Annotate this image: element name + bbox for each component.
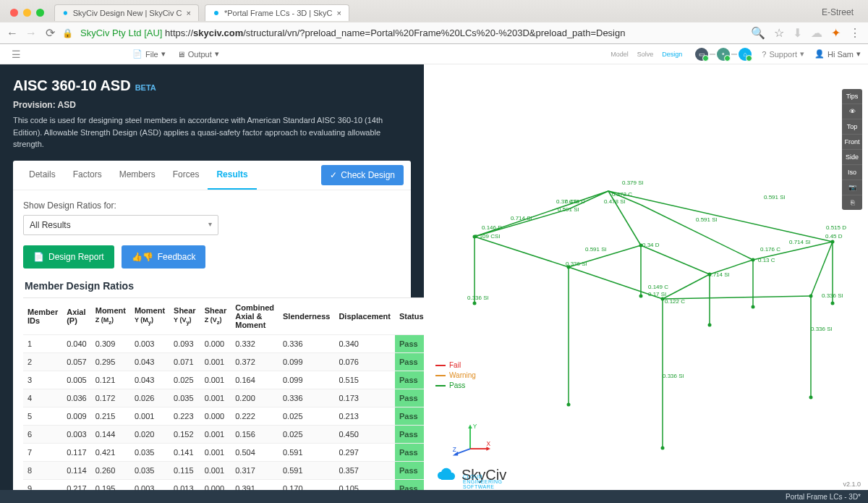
table-row[interactable]: 40.0360.1720.0260.0350.0010.2000.3360.17… — [23, 389, 424, 407]
tab-title: *Portal Frame LCs - 3D | SkyC — [224, 9, 333, 17]
svg-text:0.714 Sl: 0.714 Sl — [708, 271, 730, 278]
table-row[interactable]: 90.2170.1950.0030.0130.0000.3910.1700.10… — [23, 479, 424, 491]
lock-icon[interactable]: 🔒 — [62, 28, 73, 38]
forward-icon[interactable]: → — [26, 28, 36, 38]
view-tool-button[interactable]: Top — [842, 119, 862, 135]
favicon-icon — [213, 8, 220, 18]
svg-line-36 — [641, 205, 753, 260]
svg-text:0.379 Sl: 0.379 Sl — [622, 179, 644, 186]
svg-text:0.13 C: 0.13 C — [758, 257, 775, 263]
view-tool-button[interactable]: 📷 — [842, 180, 862, 195]
maximize-window-icon[interactable] — [36, 9, 44, 17]
design-panel: AISC 360-10 ASD BETA Provision: ASD This… — [0, 64, 424, 491]
view-tool-button[interactable]: Front — [842, 135, 862, 150]
svg-line-39 — [811, 242, 833, 296]
design-report-button[interactable]: 📄Design Report — [23, 245, 114, 269]
col-moment-z[interactable]: MomentZ (Mz) — [91, 297, 130, 334]
address-bar: ← → ⟳ 🔒 SkyCiv Pty Ltd [AU] https://skyc… — [0, 22, 868, 43]
view-tool-button[interactable]: 👁 — [842, 104, 862, 119]
axis-widget[interactable]: YXZ — [450, 419, 490, 460]
chevron-down-icon: ▾ — [856, 49, 861, 59]
col-shear-z[interactable]: ShearZ (Vz) — [200, 297, 231, 334]
legend-warning: Warning — [449, 371, 476, 379]
svg-text:Z: Z — [453, 446, 456, 453]
url-field[interactable]: SkyCiv Pty Ltd [AU] https://skyciv.com/s… — [80, 28, 744, 38]
tab-results[interactable]: Results — [208, 161, 256, 190]
col-shear-y[interactable]: ShearY (Vy) — [169, 297, 200, 334]
check-icon — [702, 55, 709, 62]
col-moment-y[interactable]: MomentY (My) — [130, 297, 169, 334]
user-menu[interactable]: 👤Hi Sam ▾ — [814, 49, 861, 59]
chevron-down-icon: ▾ — [800, 49, 804, 59]
col-displacement[interactable]: Displacement — [334, 297, 395, 334]
reload-icon[interactable]: ⟳ — [45, 28, 55, 38]
svg-text:0.146 D: 0.146 D — [482, 224, 502, 231]
status-bar: Portal Frame LCs - 3D* — [0, 490, 868, 503]
tab-details[interactable]: Details — [20, 161, 64, 190]
menu-icon[interactable]: ⋮ — [849, 26, 861, 40]
monitor-icon: 🖥 — [177, 50, 185, 59]
svg-point-14 — [708, 324, 712, 327]
close-window-icon[interactable] — [10, 9, 18, 17]
check-icon — [746, 55, 752, 62]
svg-text:0.591 Sl: 0.591 Sl — [585, 246, 607, 253]
close-tab-icon[interactable]: × — [337, 9, 341, 17]
table-row[interactable]: 60.0030.1440.0200.1520.0010.1560.0250.45… — [23, 425, 424, 443]
back-icon[interactable]: ← — [7, 28, 17, 38]
download-icon[interactable]: ⬇ — [793, 26, 802, 40]
cloud-icon[interactable]: ☁ — [811, 26, 822, 40]
stage-label-solve: Solve — [637, 51, 654, 58]
check-design-button[interactable]: ✓Check Design — [321, 165, 404, 185]
skyciv-logo: SkyCiv CLOUD ENGINEERING SOFTWARE — [437, 465, 506, 485]
search-icon[interactable]: 🔍 — [751, 26, 765, 40]
svg-text:0.478 Sl: 0.478 Sl — [604, 198, 626, 205]
table-row[interactable]: 50.0090.2150.0010.2230.0000.2220.0250.21… — [23, 407, 424, 425]
browser-tab-inactive[interactable]: SkyCiv Design New | SkyCiv C × — [54, 4, 199, 21]
browser-tab-active[interactable]: *Portal Frame LCs - 3D | SkyC × — [205, 4, 349, 21]
table-row[interactable]: 70.1170.4210.0350.1410.0010.5040.5910.29… — [23, 443, 424, 461]
col-member-id[interactable]: Member IDs — [23, 297, 62, 334]
tab-factors[interactable]: Factors — [64, 161, 111, 190]
tab-forces[interactable]: Forces — [164, 161, 208, 190]
svg-text:0.17 Sl: 0.17 Sl — [648, 291, 666, 297]
bookmark-icon[interactable]: ☆ — [774, 26, 784, 40]
window-controls[interactable] — [6, 9, 48, 17]
stage-solve-button[interactable]: ∘ — [717, 48, 730, 61]
stage-model-button[interactable]: ▭ — [695, 48, 708, 61]
support-button[interactable]: ?Support ▾ — [762, 49, 804, 59]
table-row[interactable]: 20.0570.2950.0430.0710.0010.3720.0990.07… — [23, 352, 424, 371]
help-icon: ? — [762, 50, 766, 59]
hamburger-icon[interactable]: ☰ — [7, 48, 25, 60]
tab-members[interactable]: Members — [111, 161, 164, 190]
browser-tab-bar: SkyCiv Design New | SkyCiv C × *Portal F… — [0, 0, 868, 22]
output-menu[interactable]: 🖥Output ▾ — [171, 49, 225, 59]
close-tab-icon[interactable]: × — [187, 9, 191, 17]
user-icon: 👤 — [814, 49, 825, 59]
view-tool-button[interactable]: ⎘ — [842, 195, 862, 210]
stage-design-button[interactable]: ⌂ — [739, 48, 752, 61]
svg-point-2 — [473, 302, 477, 305]
design-tabs: Details Factors Members Forces Results ✓… — [13, 161, 411, 190]
svg-text:0.122 C: 0.122 C — [665, 298, 685, 305]
report-icon: 📄 — [33, 252, 44, 262]
view-tool-button[interactable]: Tips — [842, 89, 862, 104]
legend-fail: Fail — [449, 361, 461, 369]
svg-text:0.336 Sl: 0.336 Sl — [467, 295, 489, 301]
file-menu[interactable]: 📄File ▾ — [127, 49, 171, 59]
viewport-3d[interactable]: 0.336 Sl0.109 CSI0.146 D0.714 Sl0.37 CSI… — [424, 64, 868, 491]
minimize-window-icon[interactable] — [23, 9, 31, 17]
col-slenderness[interactable]: Slenderness — [278, 297, 334, 334]
profile-indicator[interactable]: E-Street — [822, 7, 862, 17]
table-row[interactable]: 10.0400.3090.0030.0930.0000.3320.3360.34… — [23, 334, 424, 352]
extension-icon[interactable]: ✦ — [831, 26, 841, 40]
view-tool-button[interactable]: Iso — [842, 165, 862, 180]
col-status[interactable]: Status — [395, 297, 424, 334]
table-row[interactable]: 30.0050.1210.0430.0250.0010.1640.0990.51… — [23, 371, 424, 389]
feedback-button[interactable]: 👍👎Feedback — [122, 245, 206, 269]
table-row[interactable]: 80.1140.2600.0350.1150.0010.3170.5910.35… — [23, 461, 424, 479]
col-combined[interactable]: Combined Axial & Moment — [231, 297, 278, 334]
col-axial[interactable]: Axial (P) — [62, 297, 91, 334]
view-tool-button[interactable]: Side — [842, 150, 862, 165]
svg-text:0.34 D: 0.34 D — [642, 242, 660, 248]
ratios-filter-select[interactable]: All Results — [23, 215, 218, 235]
